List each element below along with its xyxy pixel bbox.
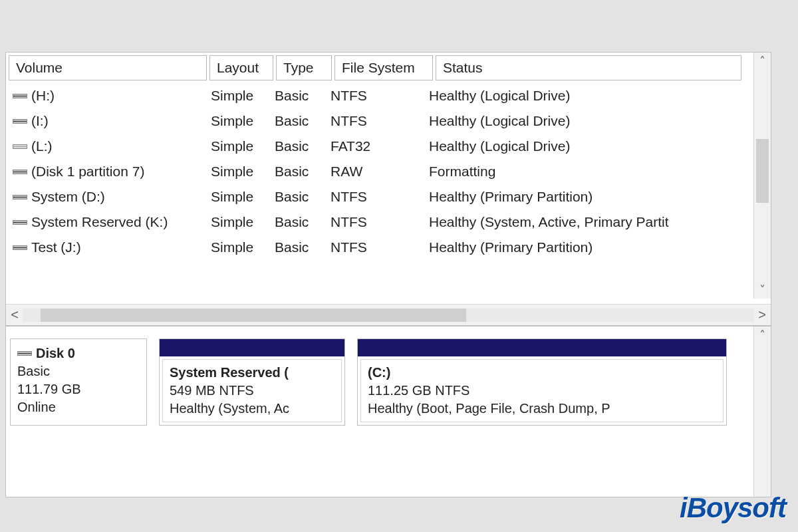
drive-icon [13,170,27,174]
volume-name: (Disk 1 partition 7) [31,164,144,180]
type-cell: Basic [271,112,327,130]
layout-cell: Simple [207,213,271,231]
table-row[interactable]: (Disk 1 partition 7)SimpleBasicRAWFormat… [9,159,771,184]
drive-icon [13,119,27,124]
volume-name: (L:) [31,138,53,154]
partition-body: System Reserved ( 549 MB NTFS Healthy (S… [162,359,342,422]
disk-size: 111.79 GB [17,380,140,398]
table-row[interactable]: (I:)SimpleBasicNTFSHealthy (Logical Driv… [9,108,771,134]
partition-box[interactable]: (C:) 111.25 GB NTFS Healthy (Boot, Page … [357,338,727,426]
partition-color-band [160,339,344,356]
volume-name: Test (J:) [31,239,81,255]
volume-cell: (H:) [9,86,207,105]
disk-info-box[interactable]: Disk 0 Basic 111.79 GB Online [10,338,147,426]
scroll-thumb[interactable] [756,139,769,203]
table-row[interactable]: (H:)SimpleBasicNTFSHealthy (Logical Driv… [9,83,771,108]
disk-title: Disk 0 [17,344,140,362]
scroll-track[interactable] [23,309,753,322]
volume-vertical-scrollbar[interactable]: ˄ ˅ [753,53,771,299]
status-cell: Healthy (Logical Drive) [425,112,731,130]
fs-cell: NTFS [327,188,425,206]
layout-cell: Simple [207,162,271,181]
status-cell: Healthy (Logical Drive) [425,86,731,105]
status-cell: Healthy (System, Active, Primary Partit [425,213,731,231]
partition-size: 549 MB NTFS [170,383,254,398]
status-cell: Healthy (Logical Drive) [425,137,731,156]
volume-name: (H:) [31,88,55,104]
layout-cell: Simple [207,137,271,156]
drive-icon [13,94,27,98]
disk-icon [17,351,32,356]
partition-name: System Reserved ( [170,365,289,380]
fs-cell: FAT32 [327,137,425,156]
drive-icon [13,220,27,225]
drive-icon [13,195,27,200]
volume-cell: System (D:) [9,188,207,206]
disk-state: Online [17,398,140,416]
type-cell: Basic [271,238,327,257]
scroll-down-icon[interactable]: ˅ [754,281,771,299]
watermark-text-1: iB [680,492,706,524]
column-header-volume[interactable]: Volume [9,55,207,80]
partition-box[interactable]: System Reserved ( 549 MB NTFS Healthy (S… [159,338,345,426]
table-row[interactable]: (L:)SimpleBasicFAT32Healthy (Logical Dri… [9,134,771,159]
disk-title-label: Disk 0 [36,344,75,362]
partition-status: Healthy (Boot, Page File, Crash Dump, P [368,401,610,416]
partition-size: 111.25 GB NTFS [368,383,469,398]
volume-name: System (D:) [31,189,105,205]
column-header-status[interactable]: Status [436,55,741,80]
scroll-up-icon[interactable]: ˄ [754,327,771,344]
partition-status: Healthy (System, Ac [170,401,289,416]
watermark-text-2: oysoft [706,492,786,524]
fs-cell: NTFS [327,112,425,130]
disk-vertical-scrollbar[interactable]: ˄ [753,327,771,497]
table-row[interactable]: System Reserved (K:)SimpleBasicNTFSHealt… [9,209,771,235]
volume-name: System Reserved (K:) [31,214,168,230]
volume-list-pane: Volume Layout Type File System Status (H… [6,53,771,327]
type-cell: Basic [271,162,327,181]
status-cell: Formatting [425,162,731,181]
volume-cell: (Disk 1 partition 7) [9,162,207,181]
volume-table: Volume Layout Type File System Status (H… [6,53,771,260]
column-header-filesystem[interactable]: File System [334,55,433,80]
disk-type: Basic [17,362,140,380]
partition-body: (C:) 111.25 GB NTFS Healthy (Boot, Page … [360,359,724,422]
table-row[interactable]: System (D:)SimpleBasicNTFSHealthy (Prima… [9,184,771,209]
layout-cell: Simple [207,238,271,257]
drive-icon [13,144,27,149]
fs-cell: NTFS [327,213,425,231]
fs-cell: NTFS [327,86,425,105]
status-cell: Healthy (Primary Partition) [425,188,731,206]
column-header-row: Volume Layout Type File System Status [9,53,771,83]
status-cell: Healthy (Primary Partition) [425,238,731,257]
volume-cell: (L:) [9,137,207,156]
partition-name: (C:) [368,365,390,380]
fs-cell: NTFS [327,238,425,257]
scroll-thumb[interactable] [41,309,466,322]
disk-management-window: Volume Layout Type File System Status (H… [5,52,771,497]
type-cell: Basic [271,213,327,231]
column-header-layout[interactable]: Layout [209,55,273,80]
table-row[interactable]: Test (J:)SimpleBasicNTFSHealthy (Primary… [9,235,771,260]
partition-color-band [358,339,726,356]
volume-horizontal-scrollbar[interactable]: < > [6,304,771,325]
volume-cell: System Reserved (K:) [9,213,207,231]
layout-cell: Simple [207,188,271,206]
disk-row: Disk 0 Basic 111.79 GB Online System Res… [10,338,771,426]
watermark-logo: iBoysoft [680,492,786,524]
scroll-left-icon[interactable]: < [6,307,23,323]
type-cell: Basic [271,137,327,156]
layout-cell: Simple [207,86,271,105]
volume-name: (I:) [31,113,49,129]
scroll-right-icon[interactable]: > [753,307,771,323]
type-cell: Basic [271,86,327,105]
volume-cell: Test (J:) [9,238,207,257]
drive-icon [13,245,27,250]
scroll-up-icon[interactable]: ˄ [754,53,771,70]
volume-cell: (I:) [9,112,207,130]
type-cell: Basic [271,188,327,206]
column-header-type[interactable]: Type [276,55,332,80]
layout-cell: Simple [207,112,271,130]
fs-cell: RAW [327,162,425,181]
disk-graphic-pane: Disk 0 Basic 111.79 GB Online System Res… [6,327,771,497]
